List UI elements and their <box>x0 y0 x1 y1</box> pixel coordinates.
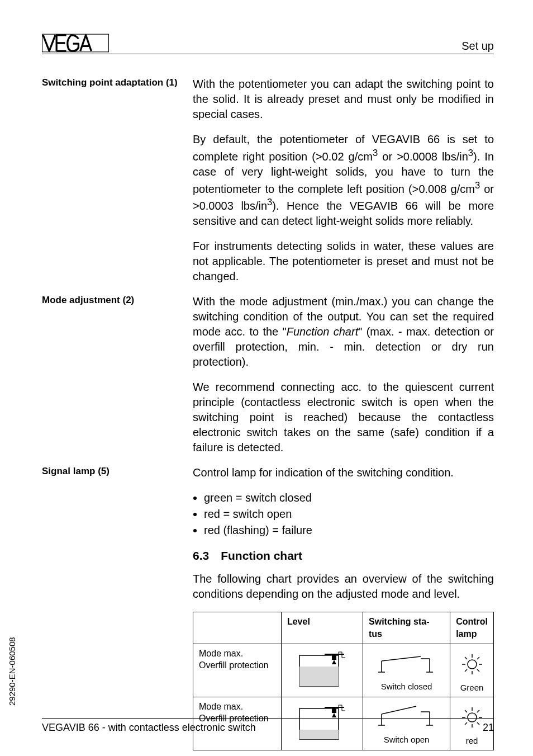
spa-p2: By default, the potentiometer of VEGAVIB… <box>193 132 494 229</box>
svg-rect-25 <box>332 707 336 713</box>
mode-p2: We recommend connecting acc. to the quie… <box>193 380 494 455</box>
signal-bullets: green = switch closed red = switch open … <box>193 490 494 538</box>
subsection-intro: The following chart provides an overview… <box>193 571 494 602</box>
th-switching: Switching sta-tus <box>363 612 450 644</box>
th-blank <box>193 612 282 644</box>
page-header: Set up <box>42 34 494 54</box>
lamp-on-icon <box>456 651 488 677</box>
footer-left: VEGAVIB 66 - with contactless electronic… <box>42 722 256 734</box>
header-section-title: Set up <box>461 40 494 53</box>
level-cell <box>281 644 363 697</box>
spa-p3: For instruments detecting solids in wate… <box>193 239 494 284</box>
signal-b2: red = switch open <box>204 507 494 522</box>
svg-line-21 <box>465 669 467 672</box>
svg-text:1: 1 <box>382 674 384 675</box>
spa-p2-b: or >0.0008 lbs/in <box>378 150 468 163</box>
doc-number: 29290-EN-060508 <box>7 637 17 706</box>
footer-page-number: 21 <box>483 722 494 734</box>
mode-line2: Overfill protection <box>199 660 269 670</box>
svg-text:2: 2 <box>429 674 431 675</box>
table-row: Mode max. Overfill protection <box>193 644 494 697</box>
mode-p1: With the mode adjustment (min./max.) you… <box>193 294 494 370</box>
side-label-mode: Mode adjustment (2) <box>42 294 193 465</box>
switch-closed-icon: 1 2 <box>376 651 437 675</box>
switch-label: Switch closed <box>369 681 444 692</box>
subsection-title: 6.3 Function chart <box>193 548 494 564</box>
switch-cell: 1 2 Switch closed <box>363 644 450 697</box>
svg-line-27 <box>382 706 416 714</box>
svg-line-20 <box>477 657 479 659</box>
svg-line-6 <box>382 656 421 661</box>
side-label-signal: Signal lamp (5) <box>42 465 193 750</box>
lamp-cell: Green <box>450 644 494 697</box>
signal-p1: Control lamp for indication of the switc… <box>193 465 494 480</box>
level-high-icon <box>294 650 350 689</box>
signal-b3: red (flashing) = failure <box>204 523 494 538</box>
mode-line1: Mode max. <box>199 649 243 658</box>
spa-p1: With the potentiometer you can adapt the… <box>193 77 494 122</box>
th-lamp: Control lamp <box>450 612 494 644</box>
page-footer: VEGAVIB 66 - with contactless electronic… <box>42 718 494 734</box>
th-level: Level <box>281 612 363 644</box>
lamp-label: Green <box>456 682 488 693</box>
side-label-spa: Switching point adaptation (1) <box>42 77 193 294</box>
mode-cell: Mode max. Overfill protection <box>193 644 282 697</box>
mode-p1-em: Function chart <box>287 325 359 338</box>
svg-line-18 <box>465 657 467 659</box>
signal-b1: green = switch closed <box>204 490 494 505</box>
switch-label: Switch open <box>369 734 444 745</box>
svg-rect-2 <box>299 667 339 686</box>
mode-line1: Mode max. <box>199 702 243 711</box>
lamp-label: red <box>456 735 488 746</box>
svg-rect-4 <box>332 654 336 660</box>
svg-line-19 <box>477 669 479 672</box>
svg-line-41 <box>477 710 479 712</box>
svg-point-13 <box>468 660 477 669</box>
logo <box>42 34 109 53</box>
svg-line-39 <box>465 710 467 712</box>
